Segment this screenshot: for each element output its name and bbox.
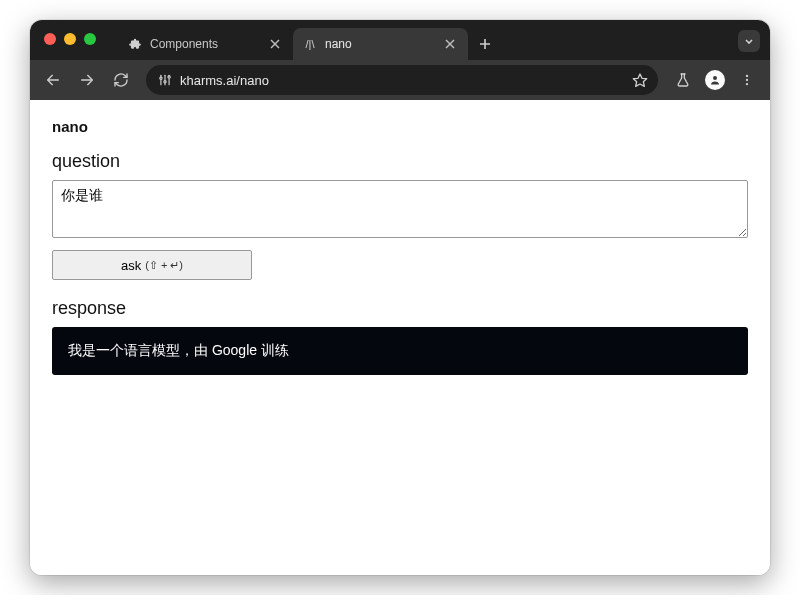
response-output: 我是一个语言模型，由 Google 训练 xyxy=(52,327,748,375)
site-settings-icon[interactable] xyxy=(158,73,172,87)
tab-components[interactable]: Components xyxy=(118,28,293,60)
back-button[interactable] xyxy=(38,65,68,95)
bookmark-button[interactable] xyxy=(632,72,648,88)
toolbar: kharms.ai/nano xyxy=(30,60,770,100)
svg-point-18 xyxy=(746,83,748,85)
response-text: 我是一个语言模型，由 Google 训练 xyxy=(68,342,289,358)
forward-button[interactable] xyxy=(72,65,102,95)
tab-title: nano xyxy=(325,37,434,51)
menu-button[interactable] xyxy=(732,65,762,95)
question-label: question xyxy=(52,151,748,172)
response-label: response xyxy=(52,298,748,319)
close-tab-button[interactable] xyxy=(442,36,458,52)
url-text: kharms.ai/nano xyxy=(180,73,269,88)
labs-button[interactable] xyxy=(668,65,698,95)
tab-title: Components xyxy=(150,37,259,51)
close-window-button[interactable] xyxy=(44,33,56,45)
tab-overflow-button[interactable] xyxy=(738,30,760,52)
maximize-window-button[interactable] xyxy=(84,33,96,45)
svg-point-17 xyxy=(746,79,748,81)
window-controls xyxy=(44,33,96,45)
ask-button-hint: (⇧ + ↵) xyxy=(145,259,183,272)
close-tab-button[interactable] xyxy=(267,36,283,52)
puzzle-icon xyxy=(128,37,142,51)
svg-point-15 xyxy=(713,76,717,80)
svg-point-13 xyxy=(168,76,170,78)
tab-strip: Components /|\ nano xyxy=(118,20,498,60)
svg-point-16 xyxy=(746,75,748,77)
svg-point-12 xyxy=(164,81,166,83)
question-input[interactable] xyxy=(52,180,748,238)
profile-button[interactable] xyxy=(700,65,730,95)
svg-point-11 xyxy=(160,77,162,79)
page-content: nano question ask (⇧ + ↵) response 我是一个语… xyxy=(30,100,770,575)
minimize-window-button[interactable] xyxy=(64,33,76,45)
svg-marker-14 xyxy=(633,74,646,86)
page-favicon-icon: /|\ xyxy=(303,37,317,51)
address-bar[interactable]: kharms.ai/nano xyxy=(146,65,658,95)
tab-nano[interactable]: /|\ nano xyxy=(293,28,468,60)
ask-button-label: ask xyxy=(121,258,141,273)
reload-button[interactable] xyxy=(106,65,136,95)
ask-button[interactable]: ask (⇧ + ↵) xyxy=(52,250,252,280)
titlebar: Components /|\ nano xyxy=(30,20,770,60)
page-title: nano xyxy=(52,118,748,135)
toolbar-right xyxy=(668,65,762,95)
browser-window: Components /|\ nano xyxy=(30,20,770,575)
new-tab-button[interactable] xyxy=(472,31,498,57)
